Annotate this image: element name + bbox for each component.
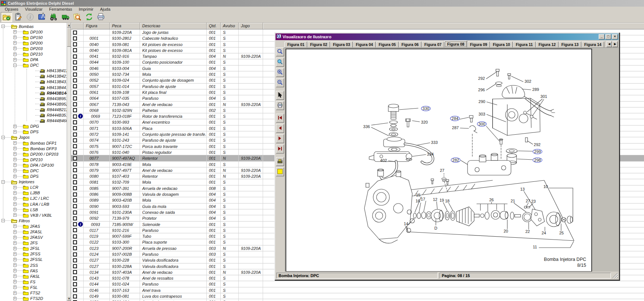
tree-item-dpc[interactable]: +DPC [0, 168, 67, 173]
expand-icon[interactable]: + [13, 186, 17, 189]
tree-item-2fs[interactable]: +2FS [0, 240, 67, 246]
collapse-icon[interactable]: − [1, 219, 5, 222]
tree-item-lsb[interactable]: +LSB [0, 207, 67, 212]
collapse-icon[interactable]: − [1, 136, 5, 139]
table-row[interactable]: 01469107-163Anel trava001S [71, 287, 644, 293]
row-checkbox[interactable] [73, 138, 77, 142]
expand-icon[interactable]: + [13, 230, 17, 234]
tree-item-2fsl[interactable]: +2FSL [0, 246, 67, 251]
tree-item-injetores[interactable]: −Injetores [0, 179, 67, 185]
header-peca[interactable]: Peca [110, 23, 140, 29]
tab-figura-11[interactable]: Figura 11 [513, 42, 536, 47]
expand-icon[interactable]: + [13, 152, 17, 156]
prev-page-button[interactable] [276, 124, 284, 133]
expand-icon[interactable]: + [13, 208, 17, 211]
tree-item-r8443b952b[interactable]: R8443B952B [0, 101, 67, 107]
row-checkbox[interactable] [73, 31, 77, 35]
tab-scroll-left-icon[interactable]: ◀ [606, 41, 612, 47]
row-checkbox[interactable] [73, 84, 77, 88]
tree-item-fasl[interactable]: +FASL [0, 273, 67, 279]
tree-item-r8444b211b[interactable]: R8444B211B [0, 107, 67, 112]
expand-icon[interactable]: + [13, 36, 17, 39]
table-row[interactable]: 01505936-124Arruela de encosto001S [71, 299, 644, 301]
tree-item-lcr[interactable]: +LCR [0, 185, 67, 190]
tab-figura-07[interactable]: Figura 07 [421, 42, 444, 47]
row-checkbox[interactable] [73, 288, 77, 292]
tree-item-fsl[interactable]: +FSL [0, 284, 67, 290]
header-descricao[interactable]: Descricao [140, 23, 207, 29]
tree-item-dp203[interactable]: +DP203 [0, 46, 67, 51]
expand-icon[interactable]: + [13, 241, 17, 245]
row-checkbox[interactable] [73, 48, 77, 52]
expand-icon[interactable]: + [13, 258, 17, 261]
row-checkbox[interactable] [73, 258, 77, 262]
row-checkbox[interactable] [73, 42, 77, 46]
tree-item-dp200[interactable]: +DP200 [0, 40, 67, 46]
menu-item-4[interactable]: Ajuda [97, 7, 113, 12]
print-button[interactable] [95, 12, 106, 22]
search-button[interactable] [71, 12, 83, 22]
row-checkbox[interactable] [73, 72, 77, 77]
tree-item-fs[interactable]: +FS [0, 279, 67, 284]
tree-item-fts2[interactable]: +FTS2 [0, 290, 67, 296]
expand-icon[interactable]: + [13, 41, 17, 45]
row-checkbox[interactable] [73, 270, 77, 274]
row-checkbox[interactable] [73, 156, 77, 160]
tree-item-dps[interactable]: +DPS [0, 174, 67, 179]
zoom-window-button[interactable] [276, 58, 284, 67]
scrollbar-thumb[interactable] [67, 28, 71, 47]
highlight-color-button[interactable] [276, 167, 284, 176]
expand-icon[interactable]: + [13, 53, 17, 56]
tab-figura-03[interactable]: Figura 03 [330, 42, 353, 47]
header-figura[interactable]: Figura [84, 23, 110, 29]
row-checkbox[interactable] [73, 102, 77, 106]
tree-item-r8444b351b[interactable]: R8444B351B [0, 113, 67, 118]
row-checkbox[interactable] [73, 108, 77, 112]
tab-figura-13[interactable]: Figura 13 [559, 42, 581, 47]
scroll-up-icon[interactable]: ▲ [67, 23, 71, 28]
expand-icon[interactable]: + [13, 280, 17, 283]
expand-icon[interactable]: + [13, 224, 17, 228]
zoom-in-button[interactable] [276, 68, 284, 77]
expand-icon[interactable]: + [13, 269, 17, 272]
tree-item-vkb-vkbl[interactable]: +VKB / VKBL [0, 212, 67, 218]
tree-item-dp210[interactable]: +DP210 [0, 51, 67, 57]
row-checkbox[interactable] [73, 222, 77, 226]
row-checkbox[interactable] [73, 234, 77, 238]
last-page-button[interactable] [276, 145, 284, 153]
row-checkbox[interactable] [73, 162, 77, 166]
expand-icon[interactable]: + [13, 125, 17, 128]
row-checkbox[interactable] [73, 96, 77, 100]
tree-item-r8444b460a[interactable]: R8444B460A [0, 118, 67, 124]
tree-item-dp150[interactable]: +DP150 [0, 35, 67, 40]
row-checkbox[interactable] [73, 246, 77, 250]
tree-item-h8413b411a[interactable]: H8413B411A [0, 68, 67, 74]
expand-icon[interactable]: + [13, 236, 17, 239]
row-checkbox[interactable] [73, 54, 77, 59]
close-icon[interactable]: × [612, 34, 618, 39]
tree-item-2fas[interactable]: +2FAS [0, 223, 67, 229]
row-checkbox[interactable] [73, 132, 77, 137]
scroll-down-icon[interactable]: ▼ [67, 296, 71, 301]
menu-item-2[interactable]: Ferramentas [46, 7, 75, 12]
titlebar[interactable]: Catбlogo Eletrфnico Delphi Diesel [0, 0, 644, 7]
tree-item-filtros[interactable]: −Filtros [0, 218, 67, 223]
expand-icon[interactable]: + [13, 263, 17, 267]
tab-figura-12[interactable]: Figura 12 [536, 42, 559, 47]
row-checkbox[interactable] [73, 91, 77, 95]
menu-item-3[interactable]: Imprimir [76, 7, 97, 12]
row-checkbox[interactable] [73, 264, 77, 268]
tree-item-dp210[interactable]: +DP210 [0, 157, 67, 162]
header-avulso[interactable]: Avulso [221, 23, 239, 29]
row-checkbox[interactable] [73, 168, 77, 172]
collapse-icon[interactable]: − [1, 25, 5, 28]
expand-icon[interactable]: + [13, 47, 17, 50]
tractor-button[interactable] [48, 12, 59, 22]
row-checkbox[interactable] [73, 210, 77, 215]
collapse-icon[interactable]: − [1, 180, 5, 184]
tree-item-lra-lrb[interactable]: +LRA / LRB [0, 201, 67, 207]
tree-item-fts2d[interactable]: +FTS2D [0, 296, 67, 301]
tree-item-2fasl[interactable]: +2FASL [0, 229, 67, 234]
tab-figura-10[interactable]: Figura 10 [490, 42, 513, 47]
tree-item-dpc[interactable]: −DPC [0, 63, 67, 68]
